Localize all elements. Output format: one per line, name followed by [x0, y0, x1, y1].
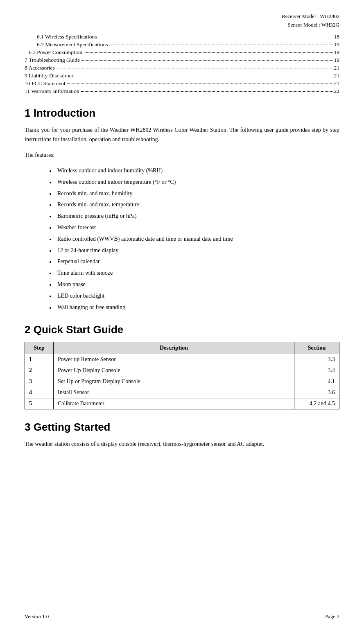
col-header-section: Section [294, 342, 339, 354]
section2-heading: 2 Quick Start Guide [25, 323, 339, 336]
step-section: 4.2 and 4.5 [294, 398, 339, 409]
toc-item-9: 9 Liability Disclaimer 21 [25, 72, 339, 79]
step-section: 3.6 [294, 387, 339, 398]
list-item: Wall hanging or free standing [49, 303, 339, 312]
step-description: Power Up Display Console [54, 365, 294, 376]
document-header: Receiver Model : WH2802 Sensor Model : W… [25, 12, 339, 29]
toc-dots-6-2 [110, 45, 332, 45]
step-description: Set Up or Program Display Console [54, 376, 294, 387]
toc-item-6-2: 6.2 Measurement Specifications 19 [25, 41, 339, 48]
list-item: Moon phase [49, 280, 339, 289]
toc-label-6-1: 6.1 Wireless Specifications [37, 34, 97, 40]
col-header-desc: Description [54, 342, 294, 354]
table-row: 5 Calibrate Barometer 4.2 and 4.5 [25, 398, 339, 409]
toc-page-10: 21 [334, 80, 340, 87]
table-row: 1 Power up Remote Sensor 3.3 [25, 354, 339, 365]
toc-dots-10 [67, 84, 332, 84]
toc-item-6-3: 6.3 Power Consumption 19 [25, 49, 339, 56]
list-item: Wireless outdoor and indoor humidity (%R… [49, 166, 339, 176]
table-row: 2 Power Up Display Console 3.4 [25, 365, 339, 376]
toc-dots-9 [75, 76, 332, 76]
toc-label-8: 8 Accessories [25, 65, 55, 71]
step-number: 5 [25, 398, 54, 409]
page-number: Page 2 [325, 613, 339, 620]
toc-dots-6-1 [99, 37, 332, 37]
toc-dots-7 [81, 60, 332, 61]
step-number: 3 [25, 376, 54, 387]
section1-para1: Thank you for your purchase of the Weath… [25, 125, 339, 145]
table-row: 4 Install Sensor 3.6 [25, 387, 339, 398]
toc-item-8: 8 Accessories 21 [25, 65, 339, 71]
table-header-row: Step Description Section [25, 342, 339, 354]
toc-item-7: 7 Troubleshooting Guide 19 [25, 57, 339, 63]
toc-label-6-2: 6.2 Measurement Specifications [37, 41, 108, 48]
toc-page-9: 21 [334, 72, 340, 79]
col-header-step: Step [25, 342, 54, 354]
step-section: 3.4 [294, 365, 339, 376]
receiver-model: Receiver Model : WH2802 [25, 12, 339, 21]
list-item: Time alarm with snooze [49, 268, 339, 278]
section3-para1: The weather station consists of a displa… [25, 439, 339, 449]
list-item: Records min. and max. temperature [49, 200, 339, 210]
toc-page-6-3: 19 [334, 49, 340, 56]
step-number: 1 [25, 354, 54, 365]
toc-page-6-2: 19 [334, 41, 340, 48]
section1-heading: 1 Introduction [25, 107, 339, 120]
toc-page-11: 22 [334, 88, 340, 95]
list-item: Perpetual calendar [49, 257, 339, 267]
step-section: 4.1 [294, 376, 339, 387]
version-label: Version 1.0 [25, 613, 49, 620]
features-label: The features: [25, 150, 339, 160]
toc-dots-11 [81, 91, 332, 92]
step-description: Power up Remote Sensor [54, 354, 294, 365]
section3-heading: 3 Getting Started [25, 421, 339, 434]
toc-page-7: 19 [334, 57, 340, 63]
list-item: Weather forecast [49, 223, 339, 233]
toc-label-10: 10 FCC Statement [25, 80, 66, 87]
step-number: 2 [25, 365, 54, 376]
page-footer: Version 1.0 Page 2 [0, 613, 364, 620]
table-row: 3 Set Up or Program Display Console 4.1 [25, 376, 339, 387]
list-item: Barometric pressure (inHg or hPa) [49, 211, 339, 221]
step-description: Install Sensor [54, 387, 294, 398]
list-item: Radio controlled (WWVB) automatic date a… [49, 234, 339, 244]
toc-item-6-1: 6.1 Wireless Specifications 18 [25, 34, 339, 40]
toc-dots-6-3 [84, 52, 332, 53]
list-item: Wireless outdoor and indoor temperature … [49, 177, 339, 187]
toc-label-9: 9 Liability Disclaimer [25, 72, 73, 79]
toc-label-11: 11 Warranty Information [25, 88, 79, 95]
table-of-contents: 6.1 Wireless Specifications 18 6.2 Measu… [25, 34, 339, 95]
features-list: Wireless outdoor and indoor humidity (%R… [49, 166, 339, 312]
step-section: 3.3 [294, 354, 339, 365]
list-item: Records min. and max. humidity [49, 189, 339, 199]
toc-item-10: 10 FCC Statement 21 [25, 80, 339, 87]
toc-item-11: 11 Warranty Information 22 [25, 88, 339, 95]
toc-label-7: 7 Troubleshooting Guide [25, 57, 80, 63]
toc-label-6-3: 6.3 Power Consumption [29, 49, 82, 56]
toc-dots-8 [57, 68, 332, 68]
toc-page-6-1: 18 [334, 34, 340, 40]
toc-page-8: 21 [334, 65, 340, 71]
step-number: 4 [25, 387, 54, 398]
quick-start-table: Step Description Section 1 Power up Remo… [25, 342, 339, 409]
list-item: LED color backlight [49, 291, 339, 301]
list-item: 12 or 24-hour time display [49, 246, 339, 255]
step-description: Calibrate Barometer [54, 398, 294, 409]
sensor-model: Sensor Model : WH32G [25, 21, 339, 29]
